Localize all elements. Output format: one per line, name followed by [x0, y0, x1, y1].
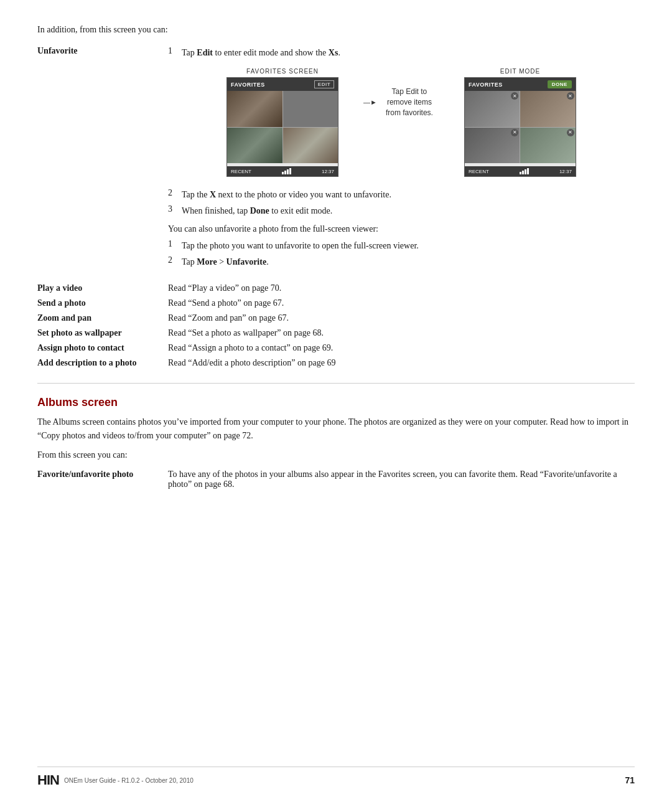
time-label-2: 12:37 [559, 169, 572, 174]
play-video-term: Play a video [37, 283, 82, 293]
annotation-line3: from favorites. [386, 108, 433, 117]
done-bold: Done [250, 206, 269, 215]
footer-logo-area: HIN ONEm User Guide - R1.0.2 - October 2… [37, 772, 194, 788]
photo-cell-2b: ✕ [520, 91, 576, 127]
favorites-screen-label: FAVORITES SCREEN [246, 68, 319, 75]
signal-bars-1 [282, 168, 291, 174]
alt-step-1-text: Tap the photo you want to unfavorite to … [182, 239, 419, 252]
arrow-symbol: —► [363, 97, 377, 108]
photo-cell-1b: ✕ [465, 91, 520, 127]
alt-step-2-num: 2 [168, 255, 182, 265]
bar1b [520, 172, 521, 174]
alt-step-2: 2 Tap More > Unfavorite. [168, 255, 635, 268]
photo-cell-3b: ✕ [465, 128, 520, 164]
favorites-screen-group: FAVORITES SCREEN FAVORITES EDIT [226, 68, 338, 177]
xs-bold: Xs [329, 48, 338, 57]
unfavorite-bold: Unfavorite [226, 257, 267, 267]
more-bold: More [197, 257, 217, 267]
page-number: 71 [625, 775, 635, 785]
assign-contact-term: Assign photo to contact [37, 343, 124, 352]
alt-intro-text: You can also unfavorite a photo from the… [168, 222, 635, 235]
unfavorite-term: Unfavorite [37, 46, 78, 55]
bar1 [282, 172, 284, 174]
step-1-line: 1 Tap Edit to enter edit mode and show t… [168, 46, 635, 59]
topic-row-zoom: Zoom and pan Read “Zoom and pan” on page… [37, 311, 635, 326]
zoom-pan-desc: Read “Zoom and pan” on page 67. [168, 313, 289, 323]
favorites-header-text: FAVORITES [231, 82, 265, 88]
bar4 [289, 168, 291, 174]
photo-cell-1 [227, 91, 282, 127]
annotation-line1: Tap Edit to [392, 87, 427, 96]
assign-contact-desc: Read “Assign a photo to a contact” on pa… [168, 343, 333, 352]
edit-mode-screenshot: FAVORITES DONE ✕ ✕ [464, 77, 576, 177]
step-1-num: 1 [168, 46, 182, 56]
signal-bars-2 [520, 168, 529, 174]
edit-mode-group: EDIT MODE FAVORITES DONE ✕ [464, 68, 576, 177]
bar2 [284, 171, 286, 174]
albums-paragraph-1: The Albums screen contains photos you’ve… [37, 415, 635, 443]
favorites-screenshot: FAVORITES EDIT RECENT [226, 77, 338, 177]
photo-cell-3 [227, 128, 282, 164]
photo-cell-4b: ✕ [520, 128, 576, 164]
footer-tagline: ONEm User Guide - R1.0.2 - October 20, 2… [64, 777, 194, 784]
bar4b [527, 168, 529, 174]
annotation-line2: remove items [387, 98, 432, 106]
topic-row-send: Send a photo Read “Send a photo” on page… [37, 296, 635, 311]
play-video-desc: Read “Play a video” on page 70. [168, 283, 281, 293]
bar2b [522, 171, 524, 174]
photo-grid-2: ✕ ✕ ✕ ✕ [465, 91, 576, 163]
recent-label-1: RECENT [231, 169, 251, 174]
x-badge-2: ✕ [567, 92, 574, 100]
photo-cell-4 [283, 128, 338, 164]
section-divider [37, 383, 635, 384]
alt-step-1-num: 1 [168, 239, 182, 249]
page-footer: HIN ONEm User Guide - R1.0.2 - October 2… [37, 767, 635, 788]
zoom-pan-term: Zoom and pan [37, 313, 91, 323]
topic-row-description: Add description to a photo Read “Add/edi… [37, 356, 635, 370]
step-2-line: 2 Tap the X next to the photo or video y… [168, 188, 635, 201]
x-badge-4: ✕ [567, 129, 574, 136]
topic-row-wallpaper: Set photo as wallpaper Read “Set a photo… [37, 326, 635, 341]
favorites-header-text-2: FAVORITES [469, 82, 503, 88]
wallpaper-desc: Read “Set a photo as wallpaper” on page … [168, 328, 324, 337]
bar3b [525, 169, 526, 174]
favorite-unfavorite-term: Favorite/unfavorite photo [37, 470, 133, 479]
topic-row-play: Play a video Read “Play a video” on page… [37, 281, 635, 296]
edit-bold: Edit [197, 48, 213, 57]
topic-row-assign: Assign photo to contact Read “Assign a p… [37, 341, 635, 356]
annotation-between: —► Tap Edit to remove items from favorit… [357, 68, 446, 118]
phone-footer-2: RECENT 12:37 [465, 166, 576, 176]
hin-logo: HIN [37, 772, 59, 788]
albums-paragraph-2: From this screen you can: [37, 448, 635, 462]
edit-button-mock: EDIT [314, 80, 334, 88]
alt-step-1: 1 Tap the photo you want to unfavorite t… [168, 239, 635, 252]
send-photo-term: Send a photo [37, 298, 86, 308]
phone-footer-1: RECENT 12:37 [227, 166, 338, 176]
done-button-mock: DONE [548, 80, 572, 88]
phone-header-1: FAVORITES EDIT [227, 78, 338, 91]
arrow-annotation: —► Tap Edit to remove items from favorit… [363, 87, 439, 118]
photo-cell-2 [283, 91, 338, 127]
step-2-text: Tap the X next to the photo or video you… [182, 188, 391, 201]
screenshots-area: FAVORITES SCREEN FAVORITES EDIT [168, 68, 635, 177]
add-description-desc: Read “Add/edit a photo description” on p… [168, 358, 335, 367]
step-3-line: 3 When finished, tap Done to exit edit m… [168, 204, 635, 217]
step-3-num: 3 [168, 204, 182, 214]
annotation-text: Tap Edit to remove items from favorites. [386, 87, 433, 118]
step-2-num: 2 [168, 188, 182, 198]
time-label-1: 12:37 [322, 169, 334, 174]
recent-label-2: RECENT [469, 169, 489, 174]
step-1-text: Tap Edit to enter edit mode and show the… [182, 46, 340, 59]
step-3-text: When finished, tap Done to exit edit mod… [182, 204, 332, 217]
add-description-term: Add description to a photo [37, 358, 136, 367]
phone-header-2: FAVORITES DONE [465, 78, 576, 91]
photo-grid-1 [227, 91, 338, 163]
albums-topic-row: Favorite/unfavorite photo To have any of… [37, 467, 635, 492]
favorite-unfavorite-desc: To have any of the photos in your albums… [168, 470, 617, 489]
wallpaper-term: Set photo as wallpaper [37, 328, 122, 337]
edit-mode-label: EDIT MODE [500, 68, 540, 75]
alt-step-2-text: Tap More > Unfavorite. [182, 255, 269, 268]
x-badge-1: ✕ [511, 92, 518, 100]
send-photo-desc: Read “Send a photo” on page 67. [168, 298, 284, 308]
bar3 [287, 169, 289, 174]
